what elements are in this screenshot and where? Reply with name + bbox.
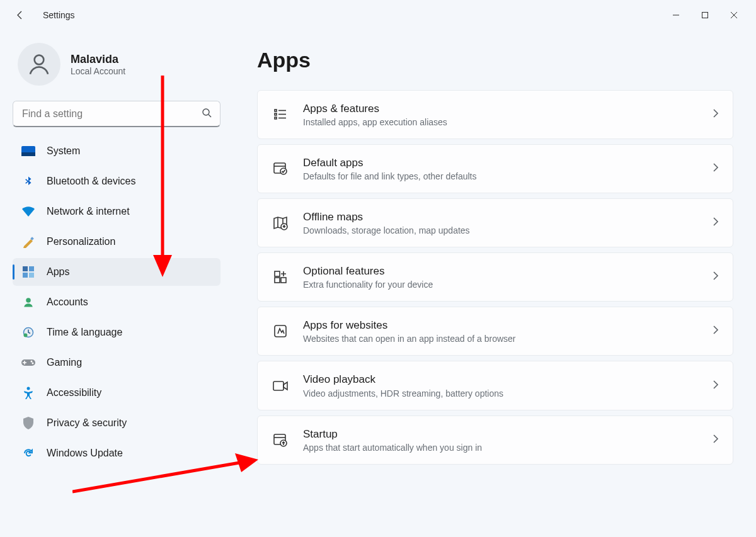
svg-rect-34 (275, 325, 286, 337)
maximize-icon (701, 11, 709, 19)
card-subtitle: Video adjustments, HDR streaming, batter… (303, 388, 699, 399)
personalization-icon (21, 235, 35, 249)
chevron-right-icon (713, 325, 719, 337)
profile-name: Malavida (71, 53, 125, 66)
card-offline-maps[interactable]: Offline mapsDownloads, storage location,… (257, 198, 733, 247)
search-icon (202, 108, 212, 120)
minimize-button[interactable] (662, 5, 690, 25)
svg-rect-35 (273, 382, 284, 390)
sidebar: Malavida Local Account SystemBluetooth &… (0, 30, 227, 537)
accessibility-icon (21, 386, 35, 400)
sidebar-item-apps[interactable]: Apps (13, 258, 220, 286)
chevron-right-icon (713, 162, 719, 175)
sidebar-item-label: Privacy & security (47, 417, 127, 429)
svg-point-18 (31, 361, 33, 363)
card-text: Apps & featuresInstalled apps, app execu… (303, 102, 699, 127)
update-icon (21, 446, 35, 460)
card-title: Default apps (303, 156, 699, 170)
chevron-right-icon (713, 108, 719, 121)
chevron-right-icon (713, 271, 719, 283)
sidebar-item-label: Accessibility (47, 387, 101, 399)
offline-maps-icon (272, 214, 289, 232)
main-content: Apps Apps & featuresInstalled apps, app … (227, 30, 756, 537)
close-icon (730, 11, 738, 19)
nav: SystemBluetooth & devicesNetwork & inter… (13, 137, 227, 467)
app-title: Settings (43, 10, 75, 20)
svg-point-14 (26, 298, 31, 303)
back-button[interactable] (13, 8, 28, 23)
bluetooth-icon (21, 174, 35, 188)
sidebar-item-label: System (47, 145, 80, 157)
chevron-right-icon (713, 380, 719, 392)
card-title: Optional features (303, 264, 699, 278)
svg-rect-31 (275, 271, 280, 276)
card-text: Offline mapsDownloads, storage location,… (303, 210, 699, 235)
card-default-apps[interactable]: Default appsDefaults for file and link t… (257, 144, 733, 193)
sidebar-item-privacy[interactable]: Privacy & security (13, 409, 220, 437)
apps-features-icon (272, 106, 289, 123)
card-text: Video playbackVideo adjustments, HDR str… (303, 373, 699, 398)
sidebar-item-label: Windows Update (47, 448, 123, 459)
sidebar-item-label: Time & language (47, 327, 122, 338)
card-text: Optional featuresExtra functionality for… (303, 264, 699, 290)
window-controls (662, 5, 748, 25)
time-icon (21, 325, 35, 339)
card-subtitle: Websites that can open in an app instead… (303, 334, 699, 344)
card-subtitle: Downloads, storage location, map updates (303, 225, 699, 235)
sidebar-item-accessibility[interactable]: Accessibility (13, 379, 220, 407)
card-startup[interactable]: StartupApps that start automatically whe… (257, 415, 733, 465)
svg-rect-13 (29, 273, 34, 278)
cards-list: Apps & featuresInstalled apps, app execu… (257, 90, 733, 465)
card-apps-websites[interactable]: Apps for websitesWebsites that can open … (257, 307, 733, 356)
arrow-left-icon (15, 10, 25, 20)
svg-point-20 (27, 387, 30, 390)
sidebar-item-network[interactable]: Network & internet (13, 198, 220, 225)
svg-line-6 (209, 115, 211, 117)
card-subtitle: Extra functionality for your device (303, 280, 699, 290)
card-title: Apps for websites (303, 319, 699, 332)
apps-websites-icon (272, 322, 289, 340)
sidebar-item-update[interactable]: Windows Update (13, 439, 220, 467)
sidebar-item-personalization[interactable]: Personalization (13, 228, 220, 256)
sidebar-item-gaming[interactable]: Gaming (13, 349, 220, 376)
sidebar-item-accounts[interactable]: Accounts (13, 288, 220, 316)
svg-point-19 (32, 363, 34, 365)
apps-icon (21, 265, 35, 279)
sidebar-item-time[interactable]: Time & language (13, 319, 220, 346)
card-apps-features[interactable]: Apps & featuresInstalled apps, app execu… (257, 90, 733, 139)
avatar-icon (26, 51, 52, 77)
close-button[interactable] (719, 5, 748, 25)
svg-point-4 (35, 55, 44, 65)
svg-rect-33 (281, 278, 286, 283)
svg-point-16 (24, 334, 28, 337)
sidebar-item-label: Network & internet (47, 206, 130, 217)
svg-rect-32 (275, 278, 280, 283)
card-text: StartupApps that start automatically whe… (303, 427, 699, 453)
card-text: Apps for websitesWebsites that can open … (303, 319, 699, 344)
card-video-playback[interactable]: Video playbackVideo adjustments, HDR str… (257, 361, 733, 410)
privacy-icon (21, 416, 35, 430)
card-subtitle: Installed apps, app execution aliases (303, 117, 699, 127)
minimize-icon (672, 11, 680, 19)
maximize-button[interactable] (690, 5, 719, 25)
sidebar-item-system[interactable]: System (13, 137, 220, 165)
card-title: Video playback (303, 373, 699, 387)
search-box[interactable] (13, 101, 220, 127)
optional-feat-icon (272, 268, 289, 286)
startup-icon (272, 431, 289, 449)
profile-block[interactable]: Malavida Local Account (13, 40, 227, 98)
sidebar-item-bluetooth[interactable]: Bluetooth & devices (13, 167, 220, 195)
chevron-right-icon (713, 434, 719, 446)
profile-account-type: Local Account (71, 66, 125, 76)
card-optional-feat[interactable]: Optional featuresExtra functionality for… (257, 252, 733, 302)
search-input[interactable] (13, 101, 220, 127)
gaming-icon (21, 356, 35, 370)
system-icon (21, 144, 35, 158)
default-apps-icon (272, 160, 289, 178)
chevron-right-icon (713, 217, 719, 229)
svg-rect-10 (23, 266, 28, 271)
network-icon (21, 205, 35, 218)
avatar (18, 43, 60, 86)
sidebar-item-label: Gaming (47, 357, 82, 368)
svg-rect-11 (29, 266, 34, 271)
